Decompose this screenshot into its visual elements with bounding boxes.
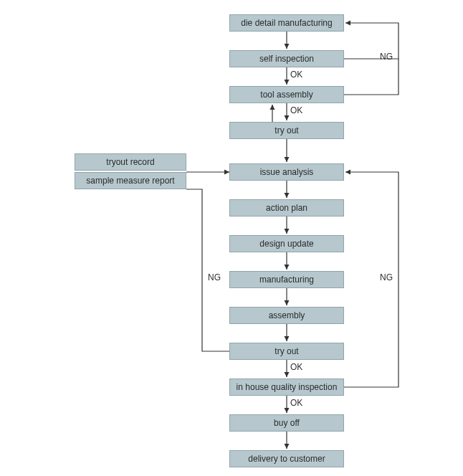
box-sample-measure-report: sample measure report (75, 172, 186, 189)
label-ok-3: OK (290, 362, 302, 372)
box-assembly: assembly (229, 307, 344, 324)
box-action-plan: action plan (229, 199, 344, 216)
box-delivery-to-customer: delivery to customer (229, 450, 344, 467)
label-ng-2: NG (208, 272, 221, 282)
label-ok-2: OK (290, 105, 302, 115)
box-manufacturing: manufacturing (229, 271, 344, 288)
box-try-out-1: try out (229, 122, 344, 139)
flowchart-canvas: die detail manufacturing self inspection… (0, 0, 463, 476)
box-tool-assembly: tool assembly (229, 86, 344, 103)
box-try-out-2: try out (229, 343, 344, 360)
box-die-detail-manufacturing: die detail manufacturing (229, 14, 344, 32)
box-in-house-quality-inspection: in house quality inspection (229, 379, 344, 396)
label-ng-3: NG (380, 272, 393, 282)
box-self-inspection: self inspection (229, 50, 344, 67)
box-issue-analysis: issue analysis (229, 163, 344, 181)
label-ok-4: OK (290, 398, 302, 408)
label-ok-1: OK (290, 70, 302, 80)
label-ng-1: NG (380, 52, 393, 62)
box-buy-off: buy off (229, 414, 344, 432)
box-tryout-record: tryout record (75, 153, 186, 171)
box-design-update: design update (229, 235, 344, 252)
